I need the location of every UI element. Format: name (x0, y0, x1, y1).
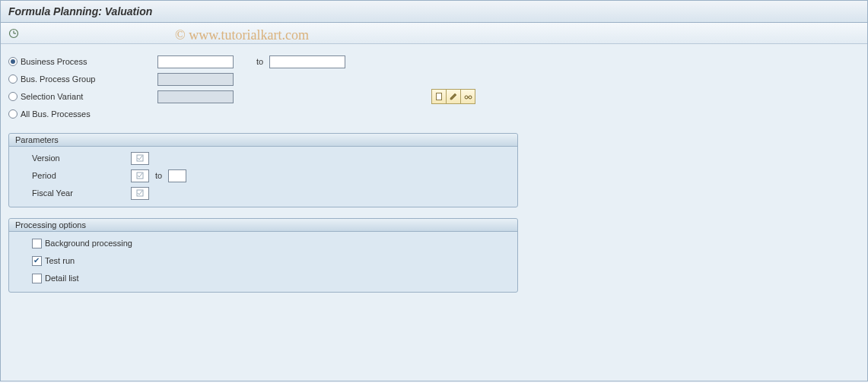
window: Formula Planning: Valuation © www.tutori… (0, 0, 868, 381)
label-fiscal-year: Fiscal Year (32, 188, 131, 198)
label-test-run: Test run (45, 256, 75, 265)
execute-icon (8, 28, 19, 39)
label-detail-list: Detail list (45, 274, 79, 283)
row-test-run: Test run (32, 252, 511, 269)
group-processing: Processing options Background processing… (8, 218, 518, 293)
svg-rect-3 (437, 93, 442, 100)
variant-edit-button[interactable] (446, 89, 461, 104)
row-period: Period to (32, 167, 511, 184)
row-fiscal-year: Fiscal Year (32, 185, 511, 201)
svg-point-5 (469, 96, 472, 99)
row-detail-list: Detail list (32, 270, 511, 286)
input-bus-process-group[interactable] (157, 73, 234, 86)
checkbox-detail-list[interactable] (32, 274, 42, 283)
variant-create-button[interactable] (431, 89, 447, 104)
label-business-process: Business Process (21, 57, 157, 66)
label-version: Version (32, 154, 131, 163)
group-parameters: Parameters Version Period to (8, 133, 518, 207)
input-fiscal-year[interactable] (131, 187, 149, 200)
group-parameters-title: Parameters (9, 134, 517, 147)
pencil-icon (449, 92, 458, 101)
required-icon (136, 154, 144, 162)
label-all-bus-processes: All Bus. Processes (21, 109, 157, 119)
execute-button[interactable] (7, 27, 21, 40)
radio-all-bus-processes[interactable] (8, 109, 17, 119)
label-bus-process-group: Bus. Process Group (21, 74, 157, 84)
input-business-process-to[interactable] (269, 55, 345, 68)
input-version[interactable] (131, 152, 149, 165)
label-to-1: to (256, 57, 263, 66)
required-icon (136, 172, 144, 179)
input-period-to[interactable] (168, 169, 186, 182)
radio-business-process[interactable] (8, 57, 17, 66)
row-selection-variant: Selection Variant (8, 88, 860, 105)
checkbox-test-run[interactable] (32, 256, 42, 266)
row-business-process: Business Process to (8, 53, 860, 70)
page-icon (434, 92, 444, 101)
label-to-period: to (155, 171, 162, 180)
variant-button-group (431, 89, 475, 104)
row-version: Version (32, 150, 511, 166)
row-background: Background processing (32, 235, 511, 252)
variant-display-button[interactable] (460, 89, 475, 104)
radio-selection-variant[interactable] (8, 92, 17, 101)
row-bus-process-group: Bus. Process Group (8, 71, 860, 87)
label-background: Background processing (45, 239, 132, 248)
glasses-icon (463, 92, 472, 101)
label-period: Period (32, 171, 131, 180)
input-period-from[interactable] (131, 169, 149, 182)
row-all-bus-processes: All Bus. Processes (8, 106, 860, 122)
checkbox-background[interactable] (32, 239, 42, 248)
toolbar (1, 23, 867, 44)
radio-bus-process-group[interactable] (8, 74, 17, 84)
page-title: Formula Planning: Valuation (1, 1, 867, 23)
group-processing-title: Processing options (9, 219, 517, 232)
content-area: Business Process to Bus. Process Group S… (1, 44, 867, 300)
svg-point-4 (465, 96, 468, 99)
required-icon (136, 189, 144, 197)
label-selection-variant: Selection Variant (21, 92, 157, 101)
input-selection-variant[interactable] (157, 90, 234, 103)
input-business-process-from[interactable] (157, 55, 234, 68)
